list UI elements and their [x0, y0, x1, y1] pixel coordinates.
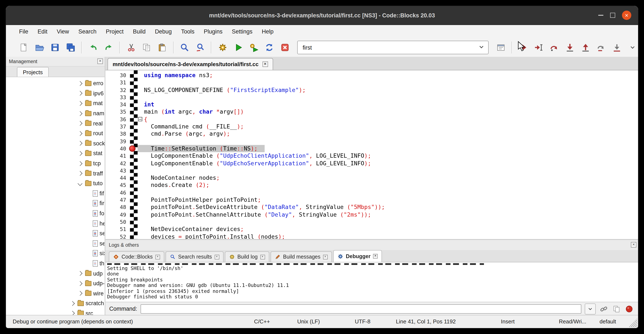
tree-item-real[interactable]: real [6, 119, 104, 128]
debug-continue-button[interactable] [515, 40, 531, 55]
code-line-47[interactable]: 47 PointToPointHelper pointToPoint; [106, 196, 638, 204]
code-line-40[interactable]: 40 Time::SetResolution (Time::NS); [106, 145, 638, 152]
tree-item-fir[interactable]: fir [6, 198, 104, 208]
open-file-button[interactable] [32, 40, 48, 55]
menu-project[interactable]: Project [101, 28, 128, 35]
tree-item-erro[interactable]: erro [6, 78, 104, 88]
compile-button[interactable] [215, 40, 230, 55]
tree-item-fif[interactable]: fif [6, 188, 104, 198]
chevron-down-icon[interactable] [78, 181, 82, 186]
code-line-36[interactable]: 36{ [106, 116, 638, 123]
run-to-cursor-button[interactable] [531, 40, 546, 55]
undo-button[interactable] [85, 40, 101, 55]
code-line-35[interactable]: 35main (int argc, char *argv[]) [106, 108, 638, 116]
resize-grip[interactable] [628, 318, 637, 327]
chevron-right-icon[interactable] [78, 151, 82, 156]
line-number[interactable]: 48 [106, 204, 129, 211]
chevron-right-icon[interactable] [78, 111, 82, 116]
code-line-39[interactable]: 39 [106, 138, 638, 145]
code-line-41[interactable]: 41 LogComponentEnable ("UdpEchoClientApp… [106, 152, 638, 160]
line-number[interactable]: 36 [106, 116, 129, 123]
command-history-dropdown[interactable] [585, 303, 596, 314]
code-line-48[interactable]: 48 pointToPoint.SetDeviceAttribute ("Dat… [106, 204, 638, 211]
tree-item-nam[interactable]: nam [6, 109, 104, 119]
line-number[interactable]: 37 [106, 123, 129, 130]
line-number[interactable]: 46 [106, 189, 129, 196]
breakpoint-marker[interactable] [129, 145, 136, 152]
menu-tools[interactable]: Tools [176, 28, 199, 35]
chevron-right-icon[interactable] [78, 81, 82, 86]
log-tab-code-blocks[interactable]: Code::Blocks [109, 251, 164, 262]
log-tab-build-messages[interactable]: Build messages [270, 251, 332, 262]
code-line-38[interactable]: 38 cmd.Parse (argc, argv); [106, 130, 638, 138]
code-line-34[interactable]: 34int [106, 101, 638, 108]
tree-item-he[interactable]: he [6, 218, 104, 228]
log-tab-close-icon[interactable] [214, 254, 219, 259]
chevron-right-icon[interactable] [78, 161, 82, 166]
tree-item-fo[interactable]: fo [6, 208, 104, 218]
code-line-32[interactable]: 32NS_LOG_COMPONENT_DEFINE ("FirstScriptE… [106, 86, 638, 94]
run-button[interactable] [230, 40, 246, 55]
menu-plugins[interactable]: Plugins [199, 28, 227, 35]
close-icon[interactable] [622, 11, 631, 20]
code-line-30[interactable]: 30using namespace ns3; [106, 72, 638, 79]
tree-item-th[interactable]: th [6, 258, 104, 268]
tab-projects[interactable]: Projects [17, 67, 49, 77]
line-number[interactable]: 38 [106, 130, 129, 138]
breakpoint-margin[interactable] [130, 70, 138, 239]
replace-button[interactable] [192, 40, 208, 55]
chevron-right-icon[interactable] [70, 311, 75, 315]
line-number[interactable]: 34 [106, 101, 129, 108]
code-line-52[interactable]: 52 devices = pointToPoint.Install (nodes… [106, 233, 638, 239]
next-instruction-button[interactable] [594, 40, 609, 55]
menu-file[interactable]: File [14, 28, 33, 35]
code-line-50[interactable]: 50 [106, 218, 638, 226]
line-number[interactable]: 52 [106, 233, 129, 239]
chevron-right-icon[interactable] [78, 271, 82, 276]
new-file-button[interactable] [16, 40, 32, 55]
build-target-combo[interactable]: first [297, 41, 489, 54]
toolbar-overflow-button[interactable] [627, 41, 638, 54]
abort-button[interactable] [277, 40, 293, 55]
code-line-33[interactable]: 33 [106, 94, 638, 101]
tree-item-udp-[interactable]: udp- [6, 278, 104, 288]
tree-item-wire[interactable]: wire [6, 288, 104, 298]
log-tab-close-icon[interactable] [155, 254, 160, 259]
line-number[interactable]: 50 [106, 218, 129, 226]
tree-item-mat[interactable]: mat [6, 98, 104, 108]
copy-button[interactable] [139, 40, 154, 55]
save-all-button[interactable] [63, 40, 78, 55]
line-number[interactable]: 30 [106, 72, 129, 79]
chevron-right-icon[interactable] [78, 131, 82, 136]
attach-button[interactable] [599, 304, 608, 313]
tree-item-ipv6[interactable]: ipv6 [6, 88, 104, 98]
menu-settings[interactable]: Settings [227, 28, 257, 35]
line-number[interactable]: 35 [106, 108, 129, 116]
maximize-icon[interactable] [610, 13, 615, 18]
redo-button[interactable] [101, 40, 117, 55]
line-number[interactable]: 42 [106, 160, 129, 167]
tree-item-se[interactable]: se [6, 238, 104, 248]
build-and-run-button[interactable] [246, 40, 262, 55]
menu-search[interactable]: Search [74, 28, 101, 35]
tree-item-six[interactable]: six [6, 248, 104, 258]
code-line-44[interactable]: 44 NodeContainer nodes; [106, 174, 638, 182]
chevron-right-icon[interactable] [70, 301, 75, 306]
chevron-right-icon[interactable] [78, 121, 82, 126]
line-number[interactable]: 43 [106, 167, 129, 174]
tree-item-sock[interactable]: sock [6, 138, 104, 148]
save-file-button[interactable] [47, 40, 63, 55]
command-input[interactable] [140, 304, 581, 313]
menu-debug[interactable]: Debug [150, 28, 176, 35]
step-into-instruction-button[interactable] [609, 40, 624, 55]
fold-marker[interactable] [138, 117, 142, 121]
tree-item-udp[interactable]: udp [6, 268, 104, 278]
management-close-icon[interactable] [98, 59, 103, 64]
chevron-right-icon[interactable] [78, 141, 82, 146]
line-number[interactable]: 45 [106, 182, 129, 189]
log-tab-search-results[interactable]: Search results [165, 251, 223, 262]
log-tab-close-icon[interactable] [373, 254, 378, 258]
line-number[interactable]: 49 [106, 211, 129, 218]
line-number[interactable]: 47 [106, 196, 129, 204]
chevron-right-icon[interactable] [78, 101, 82, 106]
